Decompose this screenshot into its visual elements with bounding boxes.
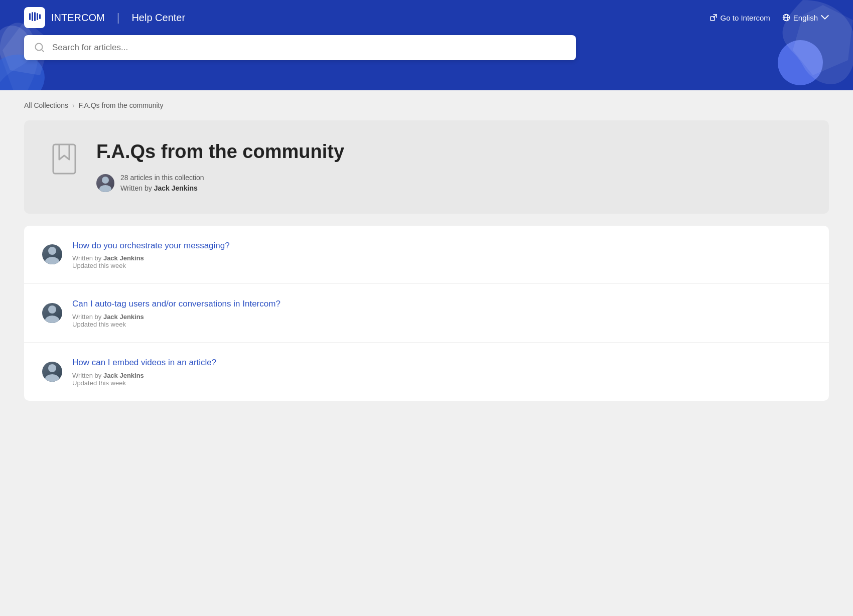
go-to-intercom-link[interactable]: Go to Intercom: [709, 14, 770, 22]
svg-point-15: [48, 305, 56, 314]
svg-point-13: [48, 247, 56, 255]
article-item[interactable]: How do you orchestrate your messaging? W…: [24, 226, 829, 284]
collection-title: F.A.Qs from the community: [96, 140, 805, 164]
avatar-silhouette: [42, 303, 62, 323]
svg-point-11: [102, 177, 109, 184]
breadcrumb-current: F.A.Qs from the community: [79, 101, 164, 109]
svg-point-12: [99, 185, 111, 192]
avatar-silhouette: [96, 174, 114, 192]
collection-header: F.A.Qs from the community 28 articles in…: [24, 120, 829, 214]
article-content: How can I embed videos in an article? Wr…: [72, 357, 811, 387]
breadcrumb: All Collections › F.A.Qs from the commun…: [0, 90, 853, 120]
collection-info: F.A.Qs from the community 28 articles in…: [96, 140, 805, 194]
search-box: [24, 35, 576, 60]
articles-list: How do you orchestrate your messaging? W…: [24, 226, 829, 401]
avatar-silhouette: [42, 362, 62, 382]
header-top: INTERCOM | Help Center Go to Intercom E: [0, 0, 853, 35]
article-content: Can I auto-tag users and/or conversation…: [72, 298, 811, 328]
article-author-avatar: [42, 244, 62, 264]
article-item[interactable]: How can I embed videos in an article? Wr…: [24, 343, 829, 401]
help-center-label: Help Center: [131, 12, 185, 24]
external-link-icon: [709, 14, 718, 22]
page-header: INTERCOM | Help Center Go to Intercom E: [0, 0, 853, 90]
main-content: F.A.Qs from the community 28 articles in…: [0, 120, 853, 431]
article-meta: Written by Jack Jenkins Updated this wee…: [72, 372, 811, 387]
article-content: How do you orchestrate your messaging? W…: [72, 240, 811, 270]
collection-icon: [48, 140, 80, 181]
svg-point-14: [45, 257, 59, 264]
search-icon: [34, 42, 45, 53]
search-area: [0, 35, 853, 90]
svg-point-17: [48, 364, 56, 372]
svg-rect-10: [53, 144, 75, 174]
search-input[interactable]: [52, 43, 566, 53]
article-author-avatar: [42, 303, 62, 323]
article-meta: Written by Jack Jenkins Updated this wee…: [72, 313, 811, 328]
collection-author-name: Jack Jenkins: [154, 184, 198, 192]
collection-author-avatar: [96, 174, 114, 192]
svg-point-16: [45, 316, 59, 323]
collection-stats: 28 articles in this collection Written b…: [120, 173, 204, 194]
avatar-silhouette: [42, 244, 62, 264]
svg-point-18: [45, 374, 59, 382]
article-title[interactable]: Can I auto-tag users and/or conversation…: [72, 298, 811, 310]
breadcrumb-all-collections[interactable]: All Collections: [24, 101, 68, 109]
article-title[interactable]: How do you orchestrate your messaging?: [72, 240, 811, 252]
bookmark-icon: [49, 142, 79, 179]
logo-divider: |: [117, 11, 120, 24]
article-item[interactable]: Can I auto-tag users and/or conversation…: [24, 284, 829, 343]
article-title[interactable]: How can I embed videos in an article?: [72, 357, 811, 369]
article-meta: Written by Jack Jenkins Updated this wee…: [72, 254, 811, 269]
collection-meta: 28 articles in this collection Written b…: [96, 173, 805, 194]
article-author-avatar: [42, 362, 62, 382]
breadcrumb-separator: ›: [72, 101, 75, 109]
